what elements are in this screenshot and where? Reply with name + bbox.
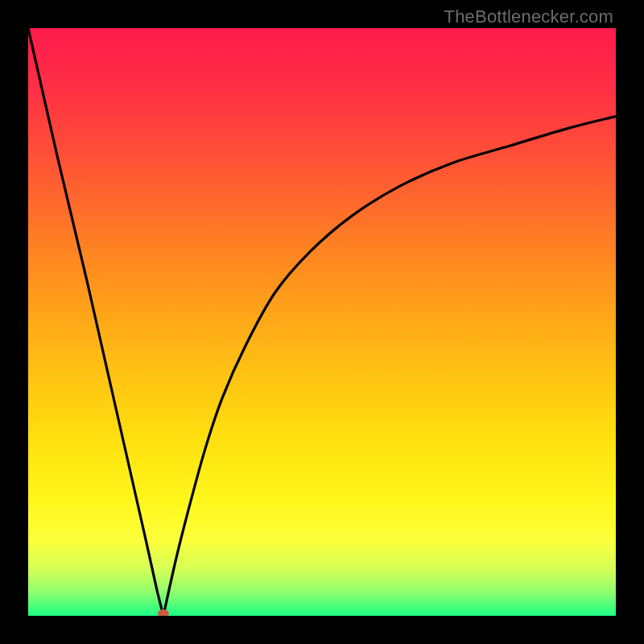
chart-frame: TheBottlenecker.com (0, 0, 644, 644)
curve-left-branch (28, 28, 163, 616)
attribution-label: TheBottlenecker.com (444, 6, 613, 27)
curve-right-branch (163, 117, 616, 617)
bottleneck-curve (28, 28, 616, 616)
minimum-marker (158, 609, 169, 616)
plot-area (28, 28, 616, 616)
